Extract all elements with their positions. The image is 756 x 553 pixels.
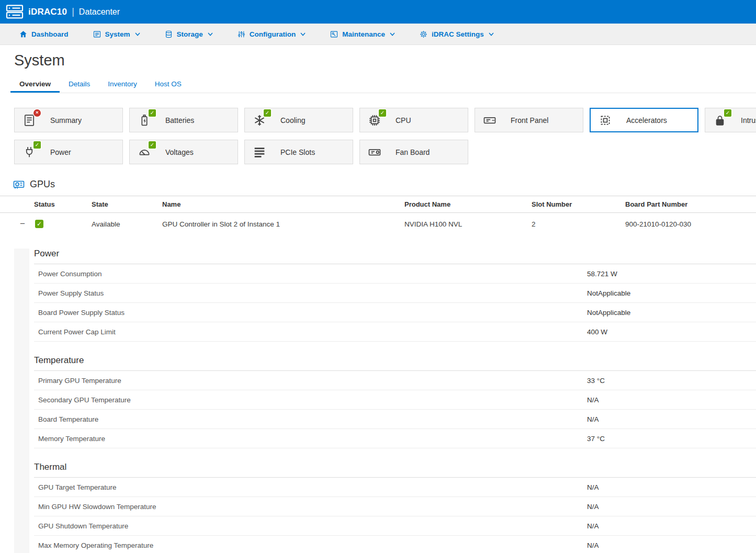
status-ok-badge: ✓ [724, 109, 731, 117]
col-name: Name [162, 200, 404, 208]
detail-label: Board Temperature [34, 415, 587, 423]
fan-board-icon [367, 145, 382, 160]
detail-row: Power Consumption 58.721 W [34, 264, 756, 284]
detail-label: Max Memory Operating Temperature [34, 541, 587, 549]
nav-label: Storage [177, 30, 203, 38]
card-cpu[interactable]: ✓ CPU [359, 108, 468, 132]
card-label: Fan Board [396, 148, 430, 156]
card-pcie-slots[interactable]: PCIe Slots [244, 140, 353, 164]
detail-value: N/A [587, 541, 756, 549]
detail-row: Power Supply Status NotApplicable [34, 284, 756, 303]
nav-label: Maintenance [342, 30, 385, 38]
card-accelerators[interactable]: Accelerators [590, 108, 698, 132]
gauge-icon: ✓ [137, 145, 152, 160]
detail-row: Memory Temperature 37 °C [34, 429, 756, 448]
brand-separator: | [72, 6, 74, 17]
detail-label: Board Power Supply Status [34, 309, 587, 317]
system-icon [93, 30, 101, 39]
section-title: Power [34, 249, 756, 264]
detail-row: Min GPU HW Slowdown Temperature N/A [34, 497, 756, 516]
pcie-slots-icon [252, 145, 267, 160]
chevron-down-icon [208, 32, 213, 36]
detail-label: Current Power Cap Limit [34, 328, 587, 336]
chevron-down-icon [390, 32, 395, 36]
gpu-table-row: − ✓ Available GPU Controller in Slot 2 o… [0, 213, 756, 235]
health-cards-row-1: × Summary ✓ Batteries ✓ Cooling [14, 108, 756, 132]
gpus-section-header: GPUs [13, 178, 756, 190]
col-state: State [92, 200, 162, 208]
cpu-icon: ✓ [367, 113, 382, 128]
detail-section-power: Power Power Consumption 58.721 W Power S… [34, 249, 756, 342]
card-cooling[interactable]: ✓ Cooling [244, 108, 353, 132]
page-title: System [14, 52, 756, 69]
card-power[interactable]: ✓ Power [14, 140, 123, 164]
nav-idrac-settings[interactable]: iDRAC Settings [419, 30, 494, 39]
maintenance-icon [330, 30, 338, 39]
home-icon [19, 30, 28, 39]
accelerator-icon [598, 113, 613, 128]
section-title: Temperature [34, 355, 756, 371]
status-ok-badge: ✓ [149, 109, 156, 117]
detail-row: Primary GPU Temperature 33 °C [34, 371, 756, 390]
collapse-row-button[interactable]: − [17, 219, 28, 229]
detail-row: Board Temperature N/A [34, 410, 756, 429]
storage-icon [164, 30, 173, 39]
card-voltages[interactable]: ✓ Voltages [129, 140, 238, 164]
status-ok-icon: ✓ [35, 220, 43, 228]
nav-label: Configuration [250, 30, 296, 38]
sliders-icon [237, 30, 246, 39]
detail-gutter [14, 249, 29, 553]
status-error-badge: × [33, 109, 41, 117]
card-label: PCIe Slots [280, 148, 315, 156]
col-status: Status [34, 200, 92, 208]
detail-value: N/A [587, 396, 756, 404]
detail-label: GPU Target Temperature [34, 483, 587, 491]
gear-icon [419, 30, 428, 39]
card-intrusion[interactable]: ✓ Intrusion [705, 108, 756, 132]
detail-label: Power Consumption [34, 270, 587, 278]
card-fan-board[interactable]: Fan Board [359, 140, 468, 164]
tab-inventory[interactable]: Inventory [99, 76, 146, 93]
card-label: Front Panel [511, 116, 548, 125]
detail-value: 400 W [587, 328, 756, 336]
chevron-down-icon [489, 32, 494, 36]
card-label: Cooling [280, 116, 305, 125]
card-label: Voltages [165, 148, 194, 156]
main-navbar: Dashboard System Storage [0, 24, 756, 45]
detail-label: Power Supply Status [34, 289, 587, 297]
col-product-name: Product Name [404, 200, 532, 208]
detail-label: GPU Shutdown Temperature [34, 522, 587, 530]
snowflake-icon: ✓ [252, 113, 267, 128]
topbar: iDRAC10 | Datacenter [0, 0, 756, 24]
nav-storage[interactable]: Storage [164, 30, 213, 39]
gpu-name: GPU Controller in Slot 2 of Instance 1 [162, 220, 404, 228]
tab-host-os[interactable]: Host OS [146, 76, 190, 93]
detail-value: 37 °C [587, 435, 756, 443]
detail-row: GPU Target Temperature N/A [34, 478, 756, 497]
gpus-section-title: GPUs [30, 179, 55, 190]
tab-overview[interactable]: Overview [10, 76, 60, 93]
power-plug-icon: ✓ [22, 145, 37, 160]
detail-row: GPU Shutdown Temperature N/A [34, 516, 756, 536]
tab-details[interactable]: Details [60, 76, 99, 93]
nav-system[interactable]: System [93, 30, 140, 39]
status-ok-badge: ✓ [33, 141, 41, 149]
detail-value: 33 °C [587, 377, 756, 385]
nav-maintenance[interactable]: Maintenance [330, 30, 395, 39]
nav-dashboard[interactable]: Dashboard [19, 30, 69, 39]
status-ok-badge: ✓ [379, 109, 386, 117]
gpu-product-name: NVIDIA H100 NVL [404, 220, 532, 228]
card-batteries[interactable]: ✓ Batteries [129, 108, 238, 132]
detail-value: N/A [587, 415, 756, 423]
gpu-board-part-number: 900-21010-0120-030 [625, 220, 756, 228]
detail-label: Primary GPU Temperature [34, 377, 587, 385]
detail-row: Current Power Cap Limit 400 W [34, 322, 756, 342]
nav-configuration[interactable]: Configuration [237, 30, 306, 39]
status-ok-badge: ✓ [149, 141, 156, 149]
detail-value: NotApplicable [587, 309, 756, 317]
card-front-panel[interactable]: Front Panel [475, 108, 583, 132]
status-ok-badge: ✓ [264, 109, 271, 117]
health-cards-row-2: ✓ Power ✓ Voltages PCIe Slots [14, 140, 756, 164]
card-summary[interactable]: × Summary [14, 108, 123, 132]
gpu-icon [13, 178, 25, 190]
